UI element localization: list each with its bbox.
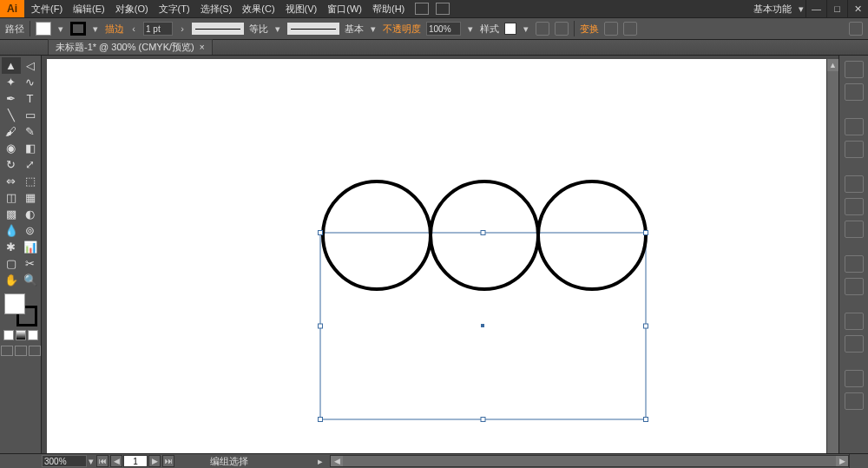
paintbrush-tool[interactable]: 🖌	[2, 123, 21, 140]
panel-gradient-icon[interactable]	[845, 141, 864, 158]
rectangle-tool[interactable]: ▭	[21, 107, 40, 123]
opacity-label[interactable]: 不透明度	[383, 23, 421, 36]
free-transform-tool[interactable]: ⬚	[21, 173, 40, 189]
opacity-dropdown-icon[interactable]: ▾	[466, 22, 475, 36]
vertical-scrollbar[interactable]: ▲	[826, 59, 838, 453]
minimize-button[interactable]: —	[806, 0, 826, 17]
fill-color-icon[interactable]	[4, 293, 25, 314]
selection-handle[interactable]	[481, 231, 485, 235]
menu-effect[interactable]: 效果(C)	[242, 3, 274, 16]
nav-last-icon[interactable]: ⏭	[162, 455, 174, 467]
stroke-dropdown-icon[interactable]: ▾	[91, 22, 100, 36]
scroll-up-icon[interactable]: ▲	[827, 59, 838, 71]
stroke-swatch[interactable]	[70, 22, 86, 36]
dash-style[interactable]	[192, 23, 244, 35]
stroke-label[interactable]: 描边	[105, 23, 124, 36]
stroke-weight-input[interactable]	[143, 22, 173, 36]
slice-tool[interactable]: ✂	[21, 255, 40, 272]
align-icon[interactable]	[555, 22, 569, 36]
width-tool[interactable]: ⇔	[2, 173, 21, 189]
pencil-tool[interactable]: ✎	[21, 123, 40, 140]
recolor-icon[interactable]	[536, 22, 549, 36]
blend-tool[interactable]: ⊚	[21, 222, 40, 239]
lasso-tool[interactable]: ∿	[21, 74, 40, 90]
type-tool[interactable]: T	[21, 90, 40, 107]
draw-inside-icon[interactable]	[29, 346, 41, 356]
panel-swatches-icon[interactable]	[845, 83, 864, 101]
resize-grip-icon[interactable]	[849, 454, 868, 469]
zoom-dropdown-icon[interactable]: ▾	[87, 454, 95, 468]
panel-artboards-icon[interactable]	[845, 278, 864, 295]
layout-icon[interactable]	[415, 3, 429, 15]
panel-transparency-icon[interactable]	[845, 175, 864, 193]
isolate-icon[interactable]	[604, 22, 618, 36]
nav-first-icon[interactable]: ⏮	[96, 455, 108, 467]
profile-dropdown-icon[interactable]: ▾	[369, 22, 378, 36]
selection-handle[interactable]	[319, 324, 323, 328]
panel-stroke-icon[interactable]	[845, 118, 864, 135]
menu-type[interactable]: 文字(T)	[159, 3, 190, 16]
document-tab[interactable]: 未标题-1* @ 300% (CMYK/预览) ×	[48, 39, 213, 55]
fill-stroke-control[interactable]	[4, 293, 37, 326]
profile-style[interactable]	[287, 23, 339, 35]
opacity-input[interactable]	[426, 22, 461, 36]
selection-handle[interactable]	[319, 418, 323, 422]
color-mode-none[interactable]	[28, 330, 38, 340]
artboard-number-input[interactable]	[123, 455, 148, 467]
eraser-tool[interactable]: ◧	[21, 140, 40, 156]
shape-builder-tool[interactable]: ◫	[2, 189, 21, 206]
scroll-right-icon[interactable]: ▶	[836, 456, 848, 466]
scroll-left-icon[interactable]: ◀	[331, 456, 343, 466]
pen-tool[interactable]: ✒	[2, 90, 21, 107]
workspace-dropdown-icon[interactable]: ▾	[797, 2, 806, 16]
circle-1[interactable]	[323, 181, 431, 289]
panel-color-icon[interactable]	[845, 61, 864, 78]
status-arrow-icon[interactable]: ▸	[318, 456, 323, 467]
maximize-button[interactable]: □	[826, 0, 847, 17]
menu-edit[interactable]: 编辑(E)	[73, 3, 105, 16]
zoom-tool[interactable]: 🔍	[21, 272, 40, 288]
graph-tool[interactable]: 📊	[21, 239, 40, 255]
workspace-switcher[interactable]: 基本功能	[753, 3, 792, 16]
panel-align-icon[interactable]	[845, 370, 864, 387]
menu-view[interactable]: 视图(V)	[286, 3, 318, 16]
fill-dropdown-icon[interactable]: ▾	[56, 22, 65, 36]
color-mode-solid[interactable]	[3, 330, 14, 340]
selection-tool[interactable]: ▲	[2, 57, 21, 74]
nav-next-icon[interactable]: ▶	[148, 455, 161, 467]
menu-help[interactable]: 帮助(H)	[372, 3, 404, 16]
menu-window[interactable]: 窗口(W)	[327, 3, 362, 16]
hand-tool[interactable]: ✋	[2, 272, 21, 288]
arrange-icon[interactable]	[436, 3, 450, 15]
stroke-weight-down-icon[interactable]: ‹	[129, 22, 138, 36]
menu-select[interactable]: 选择(S)	[201, 3, 233, 16]
artboard-tool[interactable]: ▢	[2, 255, 21, 272]
style-dropdown-icon[interactable]: ▾	[522, 22, 530, 36]
panel-menu-icon[interactable]	[849, 22, 863, 36]
transform-label[interactable]: 变换	[580, 23, 599, 36]
panel-transform-icon[interactable]	[845, 392, 864, 410]
pin-icon[interactable]	[623, 22, 637, 36]
selection-handle[interactable]	[481, 418, 485, 422]
symbol-sprayer-tool[interactable]: ✱	[2, 239, 21, 255]
magic-wand-tool[interactable]: ✦	[2, 74, 21, 90]
panel-brushes-icon[interactable]	[845, 313, 864, 330]
dash-dropdown-icon[interactable]: ▾	[273, 22, 282, 36]
panel-graphicstyles-icon[interactable]	[845, 221, 864, 238]
nav-prev-icon[interactable]: ◀	[110, 455, 122, 467]
line-tool[interactable]: ╲	[2, 107, 21, 123]
canvas[interactable]	[47, 59, 826, 453]
close-button[interactable]: ✕	[847, 0, 868, 17]
selection-handle[interactable]	[644, 418, 648, 422]
circle-3[interactable]	[538, 181, 646, 289]
fill-swatch[interactable]	[36, 22, 51, 36]
perspective-tool[interactable]: ▦	[21, 189, 40, 206]
panel-layers-icon[interactable]	[845, 255, 864, 273]
draw-behind-icon[interactable]	[15, 346, 27, 356]
rotate-tool[interactable]: ↻	[2, 156, 21, 173]
graphic-style-swatch[interactable]	[504, 23, 516, 35]
horizontal-scrollbar[interactable]: ◀ ▶	[330, 455, 849, 467]
mesh-tool[interactable]: ▩	[2, 206, 21, 222]
stroke-weight-up-icon[interactable]: ›	[178, 22, 187, 36]
blob-brush-tool[interactable]: ◉	[2, 140, 21, 156]
